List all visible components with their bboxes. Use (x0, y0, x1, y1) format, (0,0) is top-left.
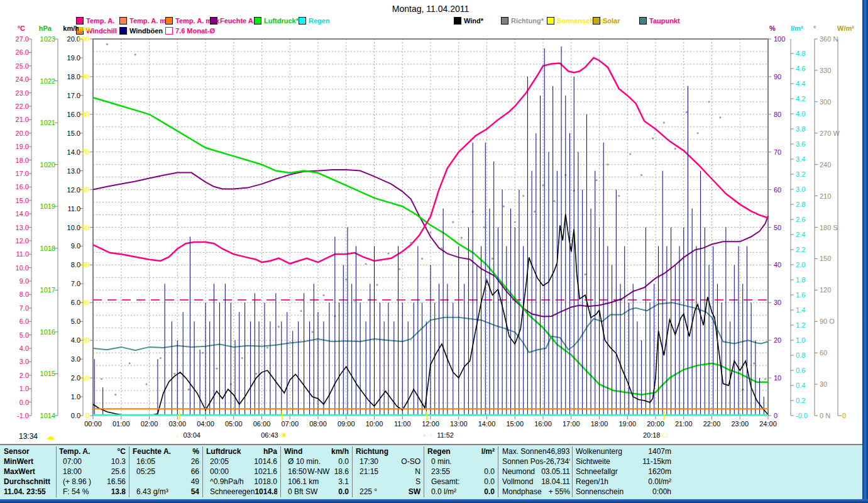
axis-hpa (55, 39, 58, 416)
axis-tick: 1.4 (796, 306, 805, 314)
col-header-feuchte-a: Feuchte A.% (133, 446, 199, 456)
axis-tick: 1022 (40, 77, 55, 85)
table-text: Sonnenschein (576, 487, 624, 497)
x-tick-label: 23:00 (731, 420, 749, 428)
table-text: S (415, 477, 420, 487)
axis-tick: 16.0 (16, 183, 29, 191)
axis-tick: 0.2 (796, 397, 805, 404)
table-text: 16:05 (136, 456, 155, 467)
axis-tick: 30 (82, 299, 89, 306)
axis-tick: 2.0 (19, 372, 29, 379)
table-text: Richtung (356, 446, 388, 456)
table-text: N (415, 467, 420, 477)
axis-tick: 27.0 (16, 35, 29, 43)
info-cell: Wolkenunterg1407m (576, 446, 671, 456)
axis-tick: 0 (774, 412, 777, 419)
table-text: 225 ° (360, 487, 377, 497)
marker-time: 06:43 (261, 431, 278, 439)
axis-tick: 5.0 (71, 318, 80, 325)
axis-tick: 18.0 (16, 157, 29, 164)
x-tick-label: 17:00 (563, 420, 580, 428)
axis-tick: 0 (85, 412, 89, 419)
table-text: Wolkenunterg (576, 446, 622, 456)
x-tick-label: 16:00 (534, 420, 552, 428)
table-cell: Gesamt:0.0 (431, 477, 495, 487)
x-tick-label: 13:00 (450, 420, 468, 428)
axis-tick: 12.0 (67, 186, 80, 194)
axis-tick: 90 (82, 73, 89, 80)
table-text: % (192, 446, 199, 456)
table-text: Vollmond (502, 477, 533, 487)
axis-tick: 1.2 (796, 321, 805, 329)
x-tick-label: 05:00 (225, 420, 243, 428)
row-header: Durchschnitt (4, 477, 54, 487)
axis-tick-wm2: 0 (842, 412, 846, 419)
table-text: 10.3 (111, 456, 126, 467)
x-tick-label: 15:00 (506, 420, 524, 428)
axis-header-l-m: l/m² (791, 25, 803, 32)
axis-tick: 2.0 (71, 374, 80, 382)
axis-tick: 10 (774, 374, 781, 382)
table-text: -26,734° (543, 456, 570, 467)
axis-tick: 240 (820, 161, 831, 169)
axis-tick: 0 N (820, 412, 830, 419)
axis-tick: 1021 (40, 119, 55, 126)
x-tick-label: 14:00 (478, 420, 496, 428)
info-cell: Sonnen Pos-26,734° (502, 456, 570, 467)
table-text: 18.6 (334, 467, 349, 477)
row-header: 11.04. 23:55 (4, 487, 54, 497)
table-cell: 18:0025.6 (63, 467, 126, 477)
axis-tick: 4.0 (19, 345, 29, 352)
table-text: Schneefallgr (576, 467, 618, 477)
axis-tick: 23.0 (16, 89, 29, 97)
weather-app-window: Montag, 11.04.2011 Temp. A.Temp. A. minT… (0, 0, 868, 503)
axis-tick: 11.0 (16, 250, 29, 258)
x-tick-label: 02:00 (141, 420, 158, 428)
table-text: 18:00 (63, 467, 82, 477)
table-text: MinWert (4, 456, 33, 467)
axis-tick: 1.8 (796, 276, 805, 284)
x-tick-label: 00:00 (84, 420, 102, 428)
window-border-right (862, 0, 868, 503)
table-text: 21:15 (360, 467, 378, 477)
axis-tick: 2.4 (796, 231, 805, 238)
table-cell: F: 54 %13.8 (63, 487, 126, 497)
table-cell: 23:550.0 (431, 467, 495, 477)
axis-tick: 0.6 (796, 367, 805, 374)
col-header-wind: Windkm/h (284, 446, 349, 456)
axis-tick: 26.0 (16, 48, 29, 56)
x-tick-label: 18:00 (591, 420, 608, 428)
axis-tick: 50 (82, 224, 89, 231)
table-text: km/h (331, 446, 349, 456)
x-tick-label: 12:00 (422, 420, 439, 428)
axis-tick: 2.2 (796, 246, 805, 253)
table-text: 20:05 (210, 456, 229, 467)
axis-tick: 150 (820, 255, 831, 262)
x-tick-label: 24:00 (759, 420, 777, 428)
corner-time: 13:34 (19, 432, 38, 441)
axis-l-m (791, 39, 794, 416)
axis-tick: 0.0 (71, 412, 80, 419)
axis-tick: 0.0 (19, 399, 29, 406)
table-text: Wind (284, 446, 302, 456)
table-text: Sichtweite (576, 456, 610, 467)
axis-tick: 11.0 (67, 205, 80, 213)
axis-tick: 5.0 (19, 331, 29, 339)
axis-w-m (838, 39, 842, 416)
axis-tick: 17.0 (16, 170, 29, 177)
table-cell: 00:001021.6 (210, 467, 277, 477)
axis-header-c: °C (18, 25, 25, 32)
axis-tick: 70 (774, 148, 781, 156)
x-tick-label: 22:00 (703, 420, 721, 428)
table-text: 0.0 (338, 487, 349, 497)
axis-tick: 4.0 (71, 336, 80, 344)
axis-tick: 8.0 (71, 261, 80, 268)
table-text: 16:50 (288, 467, 307, 477)
axis-tick: 30 (774, 299, 781, 306)
marker-icon: ▫ (423, 431, 426, 439)
table-text: 1021.6 (254, 467, 277, 477)
axis-tick: 25.0 (16, 62, 29, 70)
table-text: Ø 10 min. (288, 456, 321, 467)
info-cell: Neumond03.05.11 (502, 467, 570, 477)
table-text: 0.0 (484, 487, 495, 497)
